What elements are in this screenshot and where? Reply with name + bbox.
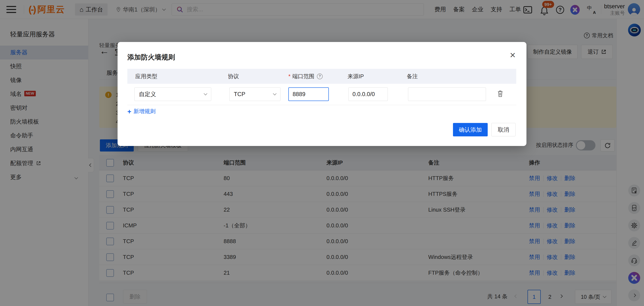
remark-input[interactable]: [408, 88, 486, 101]
cancel-button[interactable]: 取消: [491, 123, 516, 136]
add-firewall-rule-modal: 添加防火墙规则 × 应用类型 协议 * 端口范围 ? 来源IP 备注 自定义 T…: [118, 42, 526, 146]
modal-divider: [127, 105, 516, 105]
modal-title: 添加防火墙规则: [127, 53, 175, 62]
confirm-add-button[interactable]: 确认添加: [453, 123, 488, 136]
required-asterisk: *: [288, 69, 290, 84]
port-range-field: [288, 87, 329, 101]
chevron-down-icon: [204, 92, 208, 96]
app-type-select[interactable]: 自定义: [134, 87, 211, 101]
add-new-rule-link[interactable]: + 新增规则: [127, 108, 156, 115]
chevron-down-icon: [273, 92, 277, 96]
source-ip-field: [348, 87, 388, 101]
close-icon[interactable]: ×: [510, 50, 516, 60]
aliyun-console-screen: (-) 阿里云 ⌂ 工作台 华南1（深圳） 费用 备案 企业 支持 工单 99+: [0, 0, 644, 306]
delete-rule-row-icon[interactable]: [497, 90, 504, 98]
column-source-ip: 来源IP: [348, 69, 364, 84]
source-ip-input[interactable]: [348, 88, 388, 101]
protocol-select[interactable]: TCP: [229, 87, 280, 101]
plus-icon: +: [127, 108, 132, 115]
port-range-input[interactable]: [289, 88, 328, 101]
column-app-type: 应用类型: [135, 69, 158, 84]
column-port-range: * 端口范围 ?: [288, 69, 323, 84]
port-range-help-icon[interactable]: ?: [317, 74, 323, 79]
remark-field: [408, 87, 486, 101]
column-protocol: 协议: [228, 69, 239, 84]
column-remark: 备注: [407, 69, 418, 84]
